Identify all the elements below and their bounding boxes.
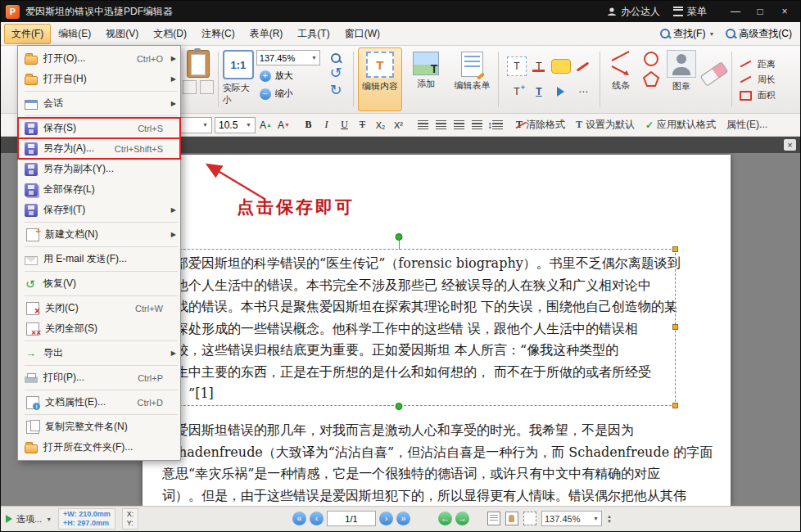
apply-default-button[interactable]: ✓ 应用默认格式 bbox=[641, 118, 720, 132]
file-menu-item-copy-filename[interactable]: 复制完整文件名(N) bbox=[18, 417, 180, 437]
file-menu-item-close-all[interactable]: 关闭全部(S) bbox=[18, 318, 180, 339]
clear-format-button[interactable]: T 清除格式 bbox=[512, 118, 569, 132]
menu-edit[interactable]: 编辑(E) bbox=[51, 24, 98, 44]
first-page-button[interactable]: « bbox=[292, 512, 306, 525]
properties-button[interactable]: 属性(E)... bbox=[722, 118, 772, 132]
zoom-in-button[interactable]: + 放大 bbox=[260, 68, 317, 83]
resize-handle[interactable] bbox=[672, 403, 678, 408]
line-spacing-button[interactable]: ↕ bbox=[487, 117, 503, 133]
text-selection-box[interactable] bbox=[122, 249, 676, 406]
eraser-button[interactable] bbox=[701, 47, 727, 111]
add-text-tool[interactable]: T bbox=[507, 82, 527, 101]
callout-tool[interactable] bbox=[551, 59, 571, 74]
align-right-button[interactable] bbox=[451, 117, 467, 133]
options-button[interactable]: 选项... ▼ bbox=[6, 513, 52, 525]
distance-tool[interactable]: 距离 bbox=[740, 58, 797, 70]
area-tool[interactable]: 面积 bbox=[740, 89, 797, 101]
edit-content-button[interactable]: T 编辑内容 bbox=[358, 47, 401, 111]
pencil-tool[interactable] bbox=[573, 56, 593, 76]
polygon-shape-tool[interactable] bbox=[642, 70, 660, 88]
align-center-button[interactable] bbox=[433, 117, 449, 133]
edit-form-button[interactable]: 编辑表单 bbox=[450, 47, 494, 111]
close-document-button[interactable]: × bbox=[784, 139, 796, 151]
file-menu-item-session[interactable]: 会话 ▶ bbox=[18, 93, 180, 114]
minimize-button[interactable]: — bbox=[725, 4, 746, 19]
menu-document[interactable]: 文档(D) bbox=[146, 24, 194, 44]
increase-font-button[interactable]: A▲ bbox=[258, 117, 274, 133]
more-annotation-tool[interactable]: ⋯ bbox=[573, 82, 593, 101]
file-menu-item-save-all[interactable]: 全部保存(L) bbox=[18, 179, 180, 200]
file-menu-item-export[interactable]: 导出 ▶ bbox=[18, 343, 180, 363]
rotation-handle[interactable] bbox=[396, 233, 403, 241]
bold-button[interactable]: B bbox=[301, 117, 316, 133]
file-menu-item-revert[interactable]: 恢复(V) bbox=[18, 273, 180, 294]
perimeter-tool[interactable]: 周长 bbox=[740, 74, 797, 86]
page-input[interactable] bbox=[327, 511, 376, 526]
file-menu-item-save[interactable]: 保存(S) Ctrl+S bbox=[18, 118, 180, 138]
line-tool-icon[interactable] bbox=[610, 50, 631, 62]
circle-shape-tool[interactable] bbox=[642, 50, 660, 68]
paste-button[interactable] bbox=[183, 47, 214, 111]
maximize-button[interactable]: □ bbox=[749, 4, 771, 19]
marquee-zoom-icon[interactable] bbox=[331, 53, 341, 63]
menu-file[interactable]: 文件(F) bbox=[4, 24, 51, 44]
last-page-button[interactable]: » bbox=[396, 512, 410, 525]
actual-size-button[interactable]: 1:1 实际大小 bbox=[223, 47, 254, 111]
typewriter-tool[interactable]: T bbox=[507, 56, 527, 76]
app-menu-button[interactable]: 菜单 bbox=[673, 5, 707, 19]
previous-page-button[interactable]: ‹ bbox=[310, 512, 324, 525]
next-view-button[interactable]: → bbox=[455, 512, 469, 525]
advanced-find-button[interactable]: 高级查找(C) bbox=[726, 27, 792, 41]
menu-form[interactable]: 表单(R) bbox=[242, 24, 291, 44]
italic-button[interactable]: I bbox=[319, 117, 334, 133]
underline-text-tool[interactable]: T bbox=[529, 82, 549, 101]
superscript-button[interactable]: X² bbox=[391, 117, 406, 133]
add-button[interactable]: T 添加 bbox=[405, 47, 448, 111]
underline-button[interactable]: U bbox=[337, 117, 352, 133]
align-justify-button[interactable] bbox=[469, 117, 485, 133]
decrease-font-button[interactable]: A▼ bbox=[276, 117, 292, 133]
rotate-right-button[interactable]: ↻ bbox=[330, 83, 342, 97]
align-left-button[interactable] bbox=[415, 117, 431, 133]
resize-handle[interactable] bbox=[672, 324, 678, 330]
zoom-out-button[interactable]: − 缩小 bbox=[260, 86, 317, 101]
menu-tools[interactable]: 工具(T) bbox=[290, 24, 337, 44]
bottom-center-handle[interactable] bbox=[396, 403, 403, 410]
close-button[interactable]: × bbox=[774, 4, 795, 19]
copy-tool-icon[interactable] bbox=[183, 80, 197, 94]
file-menu-item-open-location[interactable]: 打开所在文件夹(F)... bbox=[18, 437, 180, 458]
subscript-button[interactable]: X₂ bbox=[373, 117, 388, 133]
set-default-button[interactable]: T 设置为默认 bbox=[572, 118, 639, 132]
font-size-select[interactable]: 10.5 ▼ bbox=[215, 117, 256, 133]
highlight-text-tool[interactable]: T bbox=[529, 56, 549, 76]
zoom-select[interactable]: 137.45% ▼ bbox=[541, 511, 602, 526]
previous-view-button[interactable]: ← bbox=[438, 512, 452, 525]
next-page-button[interactable]: › bbox=[379, 512, 393, 525]
rotate-left-button[interactable]: ↺ bbox=[330, 65, 342, 80]
account-button[interactable]: 办公达人 bbox=[607, 5, 660, 19]
menu-view[interactable]: 视图(V) bbox=[98, 24, 146, 44]
file-menu-item-email[interactable]: 用 E-mail 发送(F)... bbox=[18, 249, 180, 269]
menu-window[interactable]: 窗口(W) bbox=[337, 24, 387, 44]
cut-tool-icon[interactable] bbox=[200, 80, 214, 94]
file-menu-item-open[interactable]: 打开(O)... Ctrl+O ▶ bbox=[18, 48, 180, 69]
file-menu-item-close[interactable]: 关闭(C) Ctrl+W bbox=[18, 298, 180, 318]
hand-tool-button[interactable] bbox=[505, 512, 518, 525]
find-button[interactable]: 查找(F) ▼ bbox=[660, 27, 714, 41]
menu-comment[interactable]: 注释(C) bbox=[194, 24, 242, 44]
arrow-tool-icon[interactable] bbox=[610, 65, 631, 77]
file-menu-item-save-copy[interactable]: 另存为副本(Y)... bbox=[18, 159, 180, 179]
file-menu-item-save-as[interactable]: 另存为(A)... Ctrl+Shift+S bbox=[18, 138, 180, 159]
zoom-level-select[interactable]: 137.45% ▼ bbox=[256, 50, 320, 65]
strikethrough-button[interactable]: T bbox=[355, 117, 370, 133]
stamp-button[interactable]: 图章 bbox=[664, 47, 699, 111]
single-page-view-button[interactable] bbox=[487, 512, 500, 525]
sound-annotation-tool[interactable] bbox=[551, 82, 571, 101]
file-menu-item-document-properties[interactable]: 文档属性(E)... Ctrl+D bbox=[18, 392, 180, 413]
file-menu-item-new-document[interactable]: 新建文档(N) ▶ bbox=[18, 224, 180, 245]
marquee-zoom-button[interactable] bbox=[523, 512, 536, 525]
file-menu-item-open-from[interactable]: 打开自(H) ▶ bbox=[18, 69, 180, 89]
file-menu-item-save-to[interactable]: 保存到(T) ▶ bbox=[18, 200, 180, 220]
file-menu-item-print[interactable]: 打印(P)... Ctrl+P bbox=[18, 367, 180, 388]
resize-handle[interactable] bbox=[672, 246, 678, 252]
